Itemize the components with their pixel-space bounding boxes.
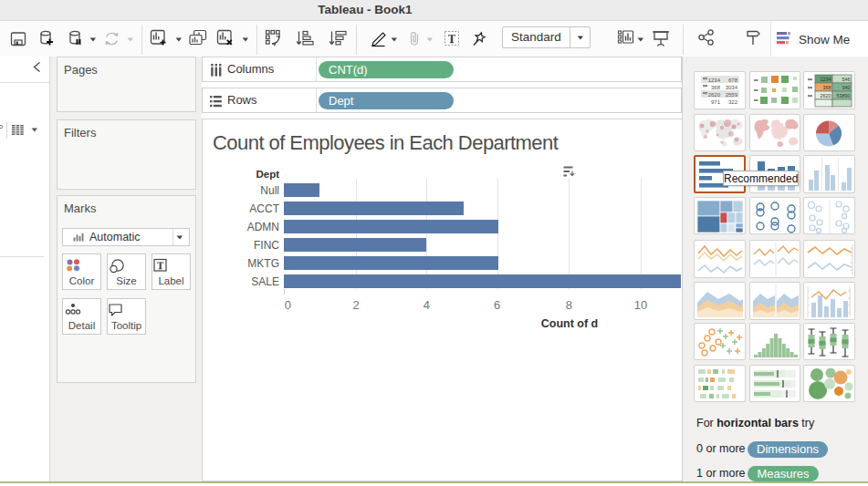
svg-text:340: 340 [842,85,851,90]
svg-text:678: 678 [728,78,738,83]
svg-text:971: 971 [711,99,721,105]
svg-text:322: 322 [728,99,738,105]
svg-text:2620: 2620 [821,93,831,98]
svg-text:2620: 2620 [708,92,721,98]
svg-text:368: 368 [823,85,831,90]
svg-text:2559: 2559 [726,92,738,98]
svg-text:1234: 1234 [821,77,831,82]
svg-text:546: 546 [842,77,851,82]
svg-text:1234: 1234 [708,78,721,83]
svg-text:53890: 53890 [837,93,851,98]
svg-text:368: 368 [711,85,721,90]
svg-text:3034: 3034 [726,85,738,90]
